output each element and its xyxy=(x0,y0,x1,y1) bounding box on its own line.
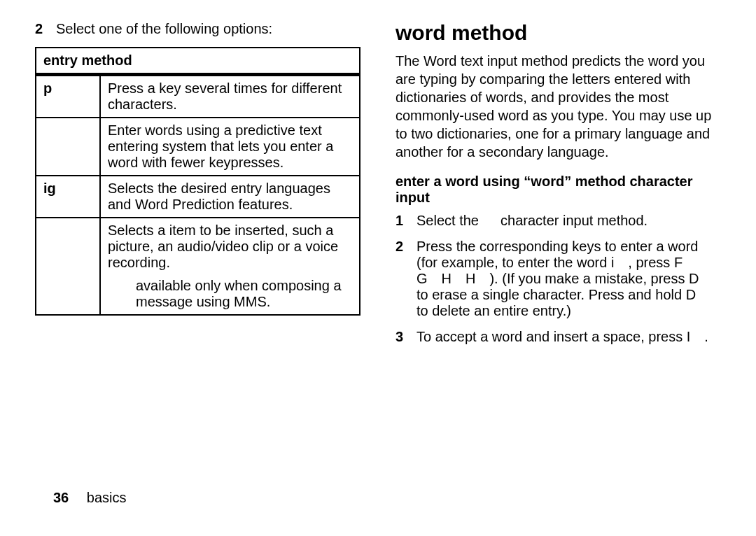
table-row: ig Selects the desired entry languages a… xyxy=(36,176,360,218)
page-footer: 36 basics xyxy=(0,490,756,506)
right-step-1-text: Select the character input method. xyxy=(416,213,721,229)
page-number: 36 xyxy=(53,490,69,505)
table-row: Selects a item to be inserted, such a pi… xyxy=(36,218,360,315)
word-method-intro: The Word text input method predicts the … xyxy=(396,52,721,161)
entry-method-table: entry method p Press a key several times… xyxy=(35,47,360,316)
row-2-key: ig xyxy=(36,176,100,218)
table-row: p Press a key several times for differen… xyxy=(36,75,360,118)
row-1-desc: Enter words using a predictive text ente… xyxy=(100,118,360,176)
right-step-2: 2 Press the corresponding keys to enter … xyxy=(396,239,721,319)
step-2-number: 2 xyxy=(35,21,56,37)
step-2: 2 Select one of the following options: xyxy=(35,21,360,37)
table-row: Enter words using a predictive text ente… xyxy=(36,118,360,176)
right-step-3: 3 To accept a word and insert a space, p… xyxy=(396,329,721,345)
word-method-heading: word method xyxy=(396,21,721,45)
row-3-key xyxy=(36,218,100,315)
row-3-main: Selects a item to be inserted, such a pi… xyxy=(108,223,338,270)
right-step-3-num: 3 xyxy=(396,329,416,345)
right-step-1: 1 Select the character input method. xyxy=(396,213,721,229)
right-step-1-num: 1 xyxy=(396,213,416,229)
row-3-note: available only when composing a message … xyxy=(108,278,352,310)
row-3-desc: Selects a item to be inserted, such a pi… xyxy=(100,218,360,315)
row-0-desc: Press a key several times for different … xyxy=(100,75,360,118)
entry-method-header: entry method xyxy=(36,48,360,75)
row-2-desc: Selects the desired entry languages and … xyxy=(100,176,360,218)
right-step-2-num: 2 xyxy=(396,239,416,255)
right-step-3-text: To accept a word and insert a space, pre… xyxy=(416,329,721,345)
footer-section: basics xyxy=(87,490,127,505)
row-1-key xyxy=(36,118,100,176)
row-0-key: p xyxy=(36,75,100,118)
step-2-text: Select one of the following options: xyxy=(56,21,360,37)
right-step-2-text: Press the corresponding keys to enter a … xyxy=(416,239,721,319)
enter-word-subhead: enter a word using “word” method charact… xyxy=(396,174,721,206)
